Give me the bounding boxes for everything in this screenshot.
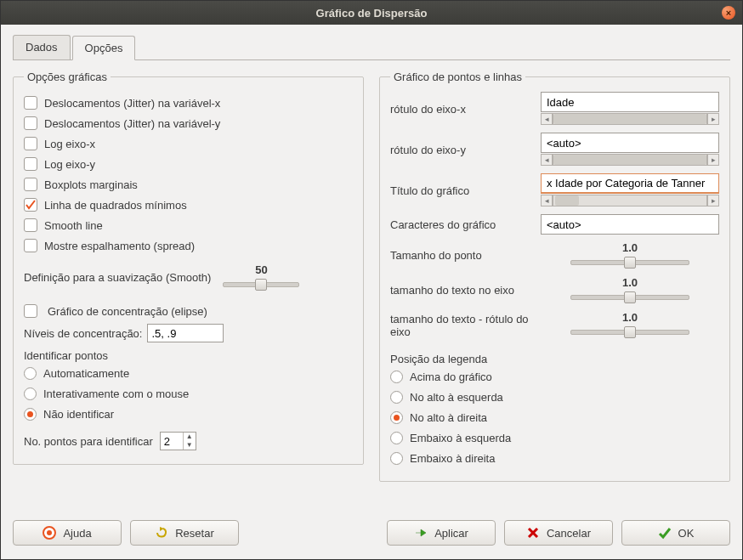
scroll-left-icon[interactable]: ◂ <box>541 195 553 206</box>
value-axistxt: 1.0 <box>541 276 719 289</box>
label-identify-interactive: Interativamente com o mouse <box>43 387 189 400</box>
value-ptsize: 1.0 <box>541 241 719 254</box>
scroll-left-icon[interactable]: ◂ <box>541 113 553 125</box>
scroll-left-icon[interactable]: ◂ <box>541 154 553 166</box>
cancel-button-label: Cancelar <box>547 527 591 540</box>
reset-button[interactable]: Resetar <box>130 520 239 546</box>
slider-axistxt[interactable] <box>570 291 689 304</box>
label-legend-topleft: No alto à esquerda <box>410 391 503 404</box>
reset-button-label: Resetar <box>175 527 214 540</box>
undo-icon <box>155 526 168 540</box>
spin-up-icon[interactable]: ▲ <box>184 433 196 441</box>
radio-legend-bottomright[interactable] <box>390 452 403 465</box>
label-chars: Caracteres do gráfico <box>390 218 529 231</box>
label-axistxt: tamanho do texto no eixo <box>390 284 529 297</box>
label-legend-bottomleft: Embaixo à esquerda <box>410 432 511 444</box>
input-npoints[interactable] <box>161 433 183 450</box>
radio-identify-interactive[interactable] <box>24 387 37 400</box>
label-identify-auto: Automaticamente <box>43 367 129 380</box>
input-conc-levels[interactable] <box>147 324 224 342</box>
label-log-y: Log eixo-y <box>44 158 95 171</box>
label-legend-bottomright: Embaixo à direita <box>410 452 495 465</box>
label-jitter-x: Deslocamentos (Jitter) na variável-x <box>44 97 220 110</box>
input-title[interactable] <box>541 173 719 194</box>
slider-labtxt[interactable] <box>570 325 689 339</box>
label-legend-topright: No alto à direita <box>410 411 487 424</box>
smooth-def-value: 50 <box>223 263 299 276</box>
input-ylabel[interactable] <box>541 133 719 153</box>
tab-opcoes[interactable]: Opções <box>72 36 136 60</box>
tab-bar: Dados Opções <box>13 35 730 60</box>
input-xlabel[interactable] <box>541 92 719 112</box>
checkbox-conc-ellipse[interactable] <box>24 304 37 318</box>
label-legend-above: Acima do gráfico <box>410 371 492 383</box>
label-ylabel: rótulo do eixo-y <box>390 144 529 156</box>
spin-down-icon[interactable]: ▼ <box>184 441 196 450</box>
legend-graphic-options: Opções gráficas <box>24 71 111 83</box>
label-ptsize: Tamanho do ponto <box>390 249 529 262</box>
checkbox-boxplots-marginais[interactable] <box>24 178 37 191</box>
radio-identify-auto[interactable] <box>24 367 37 380</box>
legend-points-lines: Gráfico de pontos e linhas <box>390 71 525 83</box>
apply-button-label: Aplicar <box>434 527 468 540</box>
value-labtxt: 1.0 <box>541 311 719 324</box>
label-lsline: Linha de quadrados mínimos <box>44 199 187 212</box>
help-button-label: Ajuda <box>63 527 91 540</box>
label-log-x: Log eixo-x <box>44 138 95 150</box>
label-title: Título do gráfico <box>390 184 529 197</box>
label-smooth-line: Smooth line <box>44 219 103 232</box>
fieldset-points-lines: Gráfico de pontos e linhas rótulo do eix… <box>379 71 730 482</box>
heading-identify: Identificar pontos <box>24 349 353 362</box>
scroll-right-icon[interactable]: ▸ <box>707 113 719 125</box>
apply-icon <box>414 526 428 540</box>
svg-point-1 <box>47 530 52 535</box>
slider-ptsize[interactable] <box>570 256 689 269</box>
label-smooth-def: Definição para a suavização (Smooth) <box>24 271 211 284</box>
footer: Ajuda Resetar Aplicar Cancelar OK <box>1 510 742 559</box>
label-conc-levels: Níveis de concentração: <box>24 327 142 340</box>
label-conc-ellipse: Gráfico de concentração (elipse) <box>48 305 207 318</box>
radio-identify-none[interactable] <box>24 408 37 421</box>
label-xlabel: rótulo do eixo-x <box>390 103 529 116</box>
input-chars[interactable] <box>541 214 719 235</box>
label-npoints: No. pontos para identificar <box>24 435 153 448</box>
label-boxplots-marginais: Boxplots marginais <box>44 178 138 191</box>
radio-legend-topleft[interactable] <box>390 391 403 404</box>
label-labtxt: tamanho do texto - rótulo do eixo <box>390 313 529 338</box>
checkbox-jitter-y[interactable] <box>24 116 37 130</box>
close-icon[interactable]: × <box>722 6 735 20</box>
label-show-spread: Mostre espalhamento (spread) <box>44 240 195 252</box>
tab-dados[interactable]: Dados <box>13 35 71 59</box>
tab-opcoes-label: Opções <box>85 42 123 54</box>
checkbox-jitter-x[interactable] <box>24 96 37 110</box>
tab-dados-label: Dados <box>26 41 58 54</box>
scroll-right-icon[interactable]: ▸ <box>707 154 719 166</box>
titlebar: Gráfico de Dispersão × <box>1 1 742 25</box>
help-icon <box>43 526 56 540</box>
cancel-icon <box>526 526 540 540</box>
scrollbar-xlabel[interactable]: ◂▸ <box>541 112 719 126</box>
radio-legend-bottomleft[interactable] <box>390 432 403 444</box>
checkbox-log-y[interactable] <box>24 157 37 171</box>
scrollbar-title[interactable]: ◂▸ <box>541 194 719 207</box>
window-title: Gráfico de Dispersão <box>316 7 428 20</box>
heading-legendpos: Posição da legenda <box>390 353 719 365</box>
ok-icon <box>658 526 672 540</box>
scroll-right-icon[interactable]: ▸ <box>707 195 719 206</box>
fieldset-graphic-options: Opções gráficas Deslocamentos (Jitter) n… <box>13 71 364 465</box>
checkbox-log-x[interactable] <box>24 137 37 150</box>
spinner-npoints[interactable]: ▲▼ <box>160 432 196 450</box>
radio-legend-above[interactable] <box>390 371 403 383</box>
ok-button-label: OK <box>678 527 695 540</box>
cancel-button[interactable]: Cancelar <box>504 520 613 546</box>
radio-legend-topright[interactable] <box>390 411 403 424</box>
label-identify-none: Não identificar <box>43 408 114 421</box>
apply-button[interactable]: Aplicar <box>387 520 496 546</box>
scrollbar-ylabel[interactable]: ◂▸ <box>541 153 719 167</box>
checkbox-smooth-line[interactable] <box>24 218 37 232</box>
ok-button[interactable]: OK <box>621 520 730 546</box>
checkbox-lsline[interactable] <box>24 198 37 212</box>
checkbox-show-spread[interactable] <box>24 239 37 252</box>
help-button[interactable]: Ajuda <box>13 520 122 546</box>
slider-smooth-def[interactable] <box>223 278 299 291</box>
